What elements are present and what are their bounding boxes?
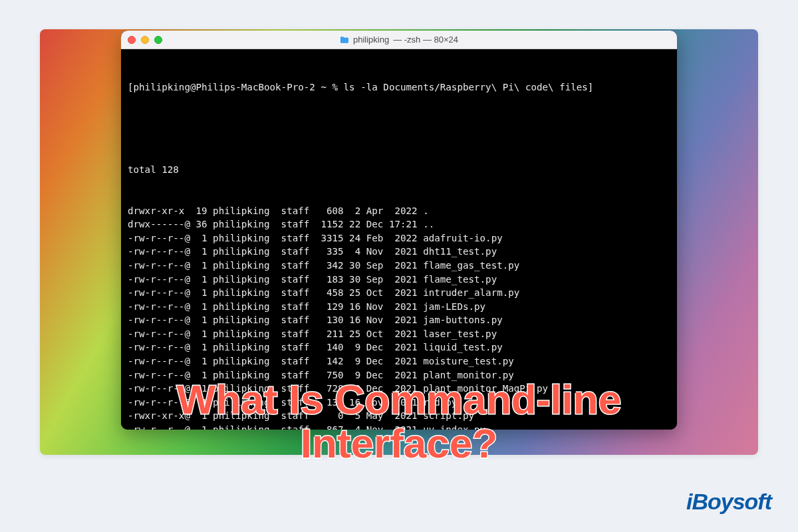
- list-item: -rw-r--r--@ 1 philipking staff 183 30 Se…: [128, 273, 670, 287]
- terminal-blank: [128, 122, 670, 136]
- window-titlebar[interactable]: philipking — -zsh — 80×24: [121, 31, 677, 49]
- list-item: -rw-r--r--@ 1 philipking staff 142 9 Dec…: [128, 354, 670, 368]
- caption-line-1: What Is Command-line: [177, 376, 621, 422]
- window-title: philipking — -zsh — 80×24: [340, 35, 458, 45]
- title-rest-text: — -zsh — 80×24: [393, 35, 458, 45]
- minimize-icon[interactable]: [141, 36, 149, 44]
- traffic-lights: [128, 36, 162, 44]
- brand-text: iBoysoft: [686, 489, 771, 514]
- title-folder-text: philipking: [353, 35, 389, 45]
- terminal-prompt: [philipking@Philips-MacBook-Pro-2 ~ % ls…: [128, 80, 670, 94]
- folder-icon: [340, 36, 349, 44]
- headline-caption: What Is Command-line Interface?: [177, 378, 621, 465]
- terminal-window[interactable]: philipking — -zsh — 80×24 [philipking@Ph…: [121, 31, 677, 430]
- terminal-body[interactable]: [philipking@Philips-MacBook-Pro-2 ~ % ls…: [121, 49, 677, 430]
- caption-line-2: Interface?: [177, 422, 621, 466]
- terminal-total: total 128: [128, 163, 670, 177]
- list-item: -rw-r--r--@ 1 philipking staff 335 4 Nov…: [128, 245, 670, 259]
- list-item: -rw-r--r--@ 1 philipking staff 130 16 No…: [128, 313, 670, 327]
- close-icon[interactable]: [128, 36, 136, 44]
- brand-logo: iBoysoft: [686, 489, 771, 515]
- list-item: -rw-r--r--@ 1 philipking staff 211 25 Oc…: [128, 327, 670, 341]
- maximize-icon[interactable]: [154, 36, 162, 44]
- list-item: -rw-r--r--@ 1 philipking staff 129 16 No…: [128, 300, 670, 314]
- list-item: -rw-r--r--@ 1 philipking staff 140 9 Dec…: [128, 340, 670, 354]
- list-item: -rw-r--r--@ 1 philipking staff 3315 24 F…: [128, 231, 670, 245]
- list-item: -rw-r--r--@ 1 philipking staff 342 30 Se…: [128, 259, 670, 273]
- list-item: drwxr-xr-x 19 philipking staff 608 2 Apr…: [128, 204, 670, 218]
- list-item: drwx------@ 36 philipking staff 1152 22 …: [128, 217, 670, 231]
- list-item: -rw-r--r--@ 1 philipking staff 458 25 Oc…: [128, 286, 670, 300]
